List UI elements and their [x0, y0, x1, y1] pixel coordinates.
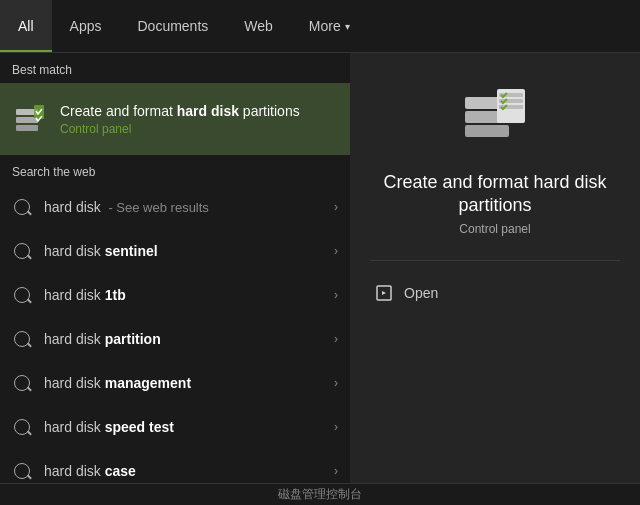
tab-apps[interactable]: Apps	[52, 0, 120, 52]
list-item[interactable]: hard disk management ›	[0, 361, 350, 405]
tab-documents-label: Documents	[137, 18, 208, 34]
open-action[interactable]: Open	[370, 277, 620, 309]
open-label: Open	[404, 285, 438, 301]
result-text: hard disk partition	[44, 331, 334, 347]
divider	[370, 260, 620, 261]
best-match-subtitle: Control panel	[60, 122, 338, 136]
search-icon	[12, 373, 32, 393]
list-item[interactable]: hard disk - See web results ›	[0, 185, 350, 229]
svg-rect-2	[16, 125, 38, 131]
list-item[interactable]: hard disk 1tb ›	[0, 273, 350, 317]
right-panel: Create and format hard disk partitions C…	[350, 53, 640, 483]
web-section-label: Search the web	[0, 155, 350, 185]
tab-all[interactable]: All	[0, 0, 52, 52]
chevron-right-icon: ›	[334, 376, 338, 390]
bottom-text: 磁盘管理控制台	[278, 486, 362, 503]
list-item[interactable]: hard disk case ›	[0, 449, 350, 483]
tab-more-label: More	[309, 18, 341, 34]
app-icon-small	[12, 101, 48, 137]
right-app-category: Control panel	[459, 222, 530, 236]
result-text: hard disk sentinel	[44, 243, 334, 259]
search-icon	[12, 329, 32, 349]
best-match-title: Create and format hard disk partitions	[60, 102, 338, 120]
chevron-right-icon: ›	[334, 288, 338, 302]
tab-all-label: All	[18, 18, 34, 34]
best-match-label: Best match	[0, 53, 350, 83]
chevron-down-icon: ▾	[345, 21, 350, 32]
list-item[interactable]: hard disk speed test ›	[0, 405, 350, 449]
right-app-name: Create and format hard disk partitions	[383, 171, 606, 218]
search-icon	[12, 197, 32, 217]
chevron-right-icon: ›	[334, 244, 338, 258]
chevron-right-icon: ›	[334, 464, 338, 478]
chevron-right-icon: ›	[334, 200, 338, 214]
open-icon	[374, 283, 394, 303]
result-text: hard disk - See web results	[44, 199, 334, 215]
bottom-bar: 磁盘管理控制台	[0, 483, 640, 505]
app-icon-large	[459, 83, 531, 155]
search-icon	[12, 417, 32, 437]
search-icon	[12, 285, 32, 305]
search-icon	[12, 461, 32, 481]
tab-more[interactable]: More ▾	[291, 0, 368, 52]
result-text: hard disk 1tb	[44, 287, 334, 303]
tab-documents[interactable]: Documents	[119, 0, 226, 52]
best-match-item[interactable]: Create and format hard disk partitions C…	[0, 83, 350, 155]
main-content: Best match Create and format hard disk p…	[0, 53, 640, 483]
tab-web[interactable]: Web	[226, 0, 291, 52]
tab-web-label: Web	[244, 18, 273, 34]
svg-rect-6	[465, 125, 509, 137]
left-panel: Best match Create and format hard disk p…	[0, 53, 350, 483]
result-text: hard disk speed test	[44, 419, 334, 435]
best-match-text: Create and format hard disk partitions C…	[60, 102, 338, 136]
chevron-right-icon: ›	[334, 420, 338, 434]
list-item[interactable]: hard disk sentinel ›	[0, 229, 350, 273]
search-icon	[12, 241, 32, 261]
list-item[interactable]: hard disk partition ›	[0, 317, 350, 361]
result-text: hard disk management	[44, 375, 334, 391]
chevron-right-icon: ›	[334, 332, 338, 346]
tab-apps-label: Apps	[70, 18, 102, 34]
result-text: hard disk case	[44, 463, 334, 479]
nav-bar: All Apps Documents Web More ▾	[0, 0, 640, 53]
